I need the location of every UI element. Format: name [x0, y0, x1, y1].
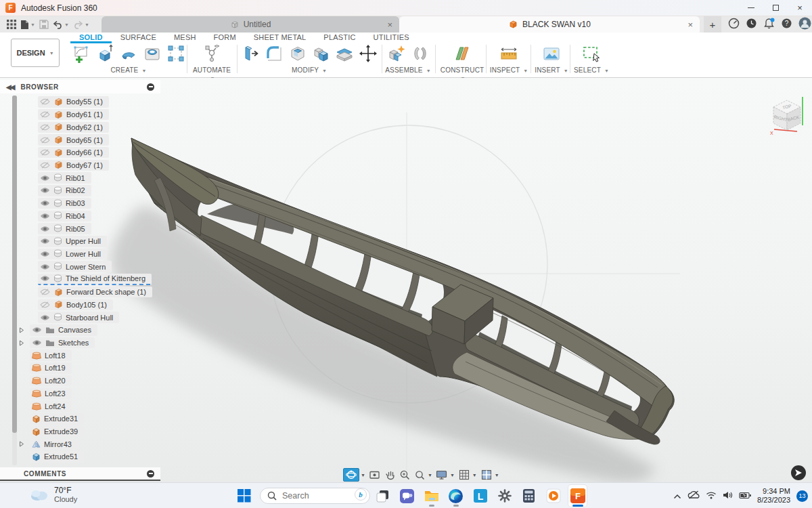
comments-bar[interactable]: COMMENTS [0, 467, 160, 481]
insert-image-button[interactable] [541, 43, 562, 64]
browser-item-body62-1-[interactable]: Body62 (1) [38, 122, 109, 133]
hidden-icons-chevron[interactable] [673, 490, 681, 502]
browser-item-body105-1-[interactable]: Body105 (1) [38, 299, 113, 311]
group-label-assemble[interactable]: ASSEMBLE ▼ [384, 66, 432, 74]
look-at-button[interactable] [368, 468, 382, 482]
extrude-button[interactable] [94, 43, 116, 64]
wifi-icon[interactable] [706, 490, 717, 502]
press-pull-button[interactable] [240, 43, 261, 64]
visibility-eye-toggle[interactable] [40, 289, 50, 295]
media-player-button[interactable] [544, 485, 562, 507]
viewports-button[interactable] [480, 468, 493, 482]
tab-untitled[interactable]: Untitled × [102, 16, 399, 33]
clock-history-icon[interactable] [746, 18, 757, 32]
new-tab-button[interactable]: + [704, 16, 721, 33]
taskbar-clock[interactable]: 9:34 PM 8/23/2023 [757, 487, 790, 505]
visibility-eye-toggle[interactable] [40, 162, 50, 169]
search-input[interactable] [282, 491, 350, 501]
caret-down-icon[interactable]: ▼ [495, 473, 499, 478]
task-view-button[interactable] [374, 485, 392, 507]
visibility-eye-toggle[interactable] [40, 226, 50, 232]
browser-item-rib01[interactable]: Rib01 [38, 172, 91, 184]
group-label-modify[interactable]: MODIFY ▼ [240, 66, 379, 74]
visibility-eye-toggle[interactable] [40, 251, 50, 257]
browser-item-body67-1-[interactable]: Body67 (1) [38, 160, 109, 171]
create-sketch-button[interactable] [70, 43, 92, 64]
joint-button[interactable] [409, 43, 431, 64]
browser-item-upper-hull[interactable]: Upper Hull [38, 236, 107, 247]
split-body-button[interactable] [334, 43, 355, 64]
user-avatar[interactable] [798, 17, 811, 33]
browser-item-starboard-hull[interactable]: Starboard Hull [38, 312, 119, 323]
notification-count-badge[interactable]: 13 [796, 490, 808, 502]
browser-item-body61-1-[interactable]: Body61 (1) [38, 109, 109, 121]
close-button[interactable]: × [788, 0, 812, 16]
design-workspace-menu[interactable]: DESIGN ▼ [11, 39, 60, 67]
visibility-eye-toggle[interactable] [40, 111, 50, 118]
help-icon[interactable]: ? [781, 18, 792, 32]
notification-bell-icon[interactable] [763, 18, 775, 32]
visibility-eye-toggle[interactable] [40, 275, 50, 282]
start-button[interactable] [237, 488, 251, 505]
l-app-button[interactable]: L [471, 485, 489, 507]
undo-button[interactable]: ▼ [51, 18, 70, 30]
visibility-eye-toggle[interactable] [40, 238, 50, 245]
visibility-eye-toggle[interactable] [40, 213, 50, 219]
zoom-button[interactable] [398, 468, 411, 482]
browser-item-canvases[interactable]: Canvases [30, 324, 97, 336]
ribbon-tab-surface[interactable]: SURFACE [112, 33, 165, 43]
group-label-create[interactable]: CREATE ▼ [70, 66, 187, 74]
browser-item-body55-1-[interactable]: Body55 (1) [38, 96, 109, 108]
display-settings-button[interactable] [435, 468, 449, 482]
visibility-eye-toggle[interactable] [40, 263, 50, 270]
browser-item-mirror43[interactable]: Mirror43 [30, 439, 78, 450]
panel-options-icon[interactable] [147, 470, 154, 478]
visibility-eye-toggle[interactable] [40, 200, 50, 207]
browser-item-rib02[interactable]: Rib02 [38, 185, 91, 196]
minimize-button[interactable] [739, 0, 763, 16]
visibility-eye-toggle[interactable] [40, 149, 50, 156]
pan-button[interactable] [383, 468, 397, 482]
expander-icon[interactable] [19, 327, 26, 333]
rectangular-pattern-button[interactable] [165, 43, 187, 64]
measure-button[interactable] [498, 43, 520, 64]
caret-down-icon[interactable]: ▼ [450, 473, 455, 478]
visibility-eye-toggle[interactable] [40, 175, 50, 182]
visibility-eye-toggle[interactable] [40, 98, 50, 105]
browser-item-forward-deck-shape-1-[interactable]: Forward Deck shape (1) [38, 287, 152, 298]
visibility-eye-toggle[interactable] [40, 314, 50, 321]
caret-down-icon[interactable]: ▼ [472, 473, 477, 478]
visibility-eye-toggle[interactable] [40, 137, 50, 144]
weather-widget[interactable]: 70°F Cloudy [28, 486, 77, 503]
shell-button[interactable] [287, 43, 309, 64]
file-menu-button[interactable]: ▼ [19, 18, 37, 30]
new-component-button[interactable] [386, 43, 407, 64]
group-label-inspect[interactable]: INSPECT ▼ [489, 66, 529, 74]
grid-snaps-button[interactable] [457, 468, 471, 482]
redo-button[interactable]: ▼ [72, 18, 91, 30]
battery-charging-icon[interactable] [739, 490, 751, 502]
browser-item-extrude39[interactable]: Extrude39 [30, 426, 84, 438]
onedrive-paused-icon[interactable] [687, 490, 700, 502]
group-label-select[interactable]: SELECT ▼ [572, 66, 610, 74]
automate-button[interactable] [201, 43, 223, 64]
browser-item-extrude51[interactable]: Extrude51 [30, 451, 84, 463]
ribbon-tab-solid[interactable]: SOLID [70, 33, 112, 43]
browser-item-rib03[interactable]: Rib03 [38, 198, 91, 209]
browser-item-extrude31[interactable]: Extrude31 [30, 413, 84, 425]
browser-item-the-shield-of-kittenberg[interactable]: The Shield of Kittenberg [38, 274, 152, 286]
collapse-panel-icon[interactable]: ◀◀ [6, 83, 14, 91]
orbit-button[interactable] [343, 468, 359, 482]
browser-header[interactable]: ◀◀ BROWSER [0, 80, 160, 93]
view-cube[interactable]: X TOP RIGHT BACK [761, 85, 812, 140]
browser-item-rib04[interactable]: Rib04 [38, 211, 91, 222]
save-button[interactable] [38, 18, 50, 30]
construct-plane-button[interactable] [451, 43, 473, 64]
edge-browser-button[interactable] [447, 485, 465, 507]
visibility-eye-toggle[interactable] [32, 339, 42, 346]
tab-black-swan-v10[interactable]: BLACK SWAN v10 × [399, 16, 700, 33]
fit-button[interactable] [413, 468, 426, 482]
browser-item-body66-1-[interactable]: Body66 (1) [38, 147, 109, 158]
expander-icon[interactable] [19, 441, 26, 447]
ribbon-tab-form[interactable]: FORM [205, 33, 245, 43]
